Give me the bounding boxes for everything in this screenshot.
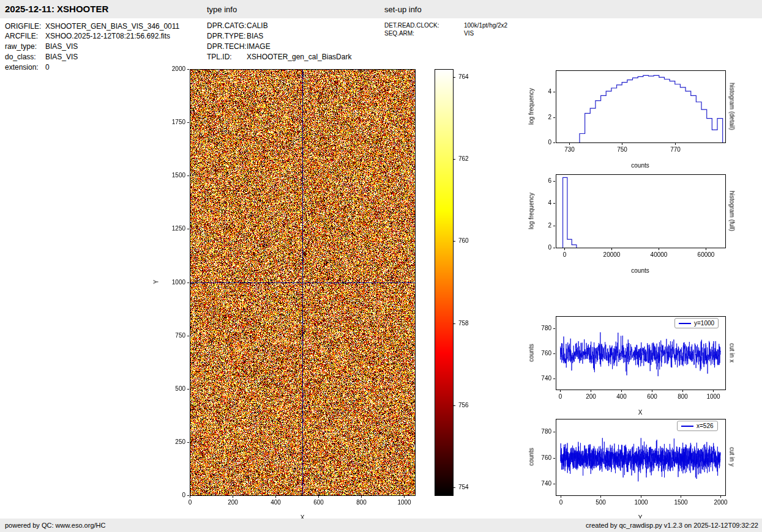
legend-cut-x: y=1000	[674, 318, 719, 328]
hist-detail-xlabel: counts	[631, 162, 649, 169]
colorbar	[428, 61, 487, 527]
seq-arm-value: VIS	[464, 30, 474, 37]
cut-x-ylabel: counts	[528, 344, 535, 361]
dpr-catg-value: CALIB	[247, 21, 268, 30]
doclass-label: do_class:	[5, 53, 36, 61]
dpr-type-value: BIAS	[247, 32, 263, 40]
dpr-tech-label: DPR.TECH:	[207, 42, 247, 51]
tpl-id-value: XSHOOTER_gen_cal_BiasDark	[247, 53, 351, 61]
extension-value: 0	[45, 63, 50, 72]
dpr-tech-value: IMAGE	[247, 42, 271, 51]
extension-label: extension:	[5, 63, 39, 72]
hist-detail-side-label: histogram (detail)	[729, 83, 736, 130]
legend-cut-y: x=526	[677, 421, 718, 431]
det-read-clock-label: DET.READ.CLOCK:	[384, 22, 439, 29]
dpr-type-label: DPR.TYPE:	[207, 32, 245, 40]
qc-report-page: 2025-12-11: XSHOOTER type info set-up in…	[0, 0, 762, 532]
page-title: 2025-12-11: XSHOOTER	[5, 4, 108, 14]
cut-y-side-label: cut in y	[729, 447, 736, 467]
det-read-clock-value: 100k/1pt/hg/2x2	[464, 22, 507, 29]
origfile-value: XSHOOTER_GEN_BIAS_VIS_346_0011	[45, 22, 179, 31]
cut-y-ylabel: counts	[528, 448, 535, 465]
footer-qc-link[interactable]: powered by QC: www.eso.org/HC	[5, 522, 105, 529]
cut-x-side-label: cut in x	[729, 343, 736, 363]
main-ylabel: Y	[153, 280, 160, 284]
setup-info-heading: set-up info	[384, 5, 422, 14]
legend-line-sample	[679, 323, 691, 324]
histogram-full-plot	[526, 169, 734, 267]
rawtype-value: BIAS_VIS	[45, 42, 78, 51]
origfile-label: ORIGFILE:	[5, 22, 41, 31]
doclass-value: BIAS_VIS	[45, 53, 78, 61]
hist-detail-ylabel: log frequency	[528, 88, 535, 125]
dpr-catg-label: DPR.CATG:	[207, 21, 246, 30]
footer-created-by: created by qc_rawdisp.py v1.2.3 on 2025-…	[586, 522, 758, 529]
hist-full-ylabel: log frequency	[528, 193, 535, 229]
tpl-id-label: TPL.ID:	[207, 53, 232, 61]
header-bar	[0, 0, 762, 18]
arcfile-label: ARCFILE:	[5, 32, 38, 40]
raw-image-plot	[152, 61, 424, 527]
legend-cut-x-label: y=1000	[694, 320, 714, 327]
seq-arm-label: SEQ.ARM:	[384, 30, 414, 37]
rawtype-label: raw_type:	[5, 42, 37, 51]
legend-line-sample	[681, 426, 693, 427]
legend-cut-y-label: x=526	[697, 423, 714, 429]
hist-full-xlabel: counts	[631, 267, 649, 274]
hist-full-side-label: histogram (full)	[729, 191, 736, 231]
type-info-heading: type info	[207, 5, 237, 14]
histogram-detail-plot	[526, 64, 734, 162]
arcfile-value: XSHOO.2025-12-12T08:21:56.692.fits	[45, 32, 170, 40]
